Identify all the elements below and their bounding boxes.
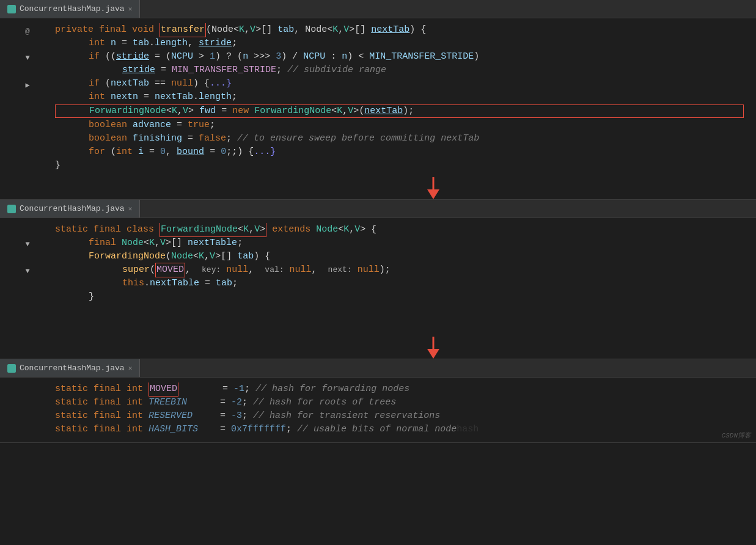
svg-marker-3	[427, 349, 439, 359]
tab-2[interactable]: ConcurrentHashMap.java ✕	[0, 200, 140, 218]
collapse-icon-3[interactable]: ▼	[25, 267, 29, 276]
code-content-3: static final int MOVED = -1; // hash for…	[55, 382, 756, 437]
code-line-1: private final void transfer(Node<K,V>[] …	[55, 23, 744, 37]
tab-1-label: ConcurrentHashMap.java	[20, 4, 125, 13]
code-line-7: ForwardingNode<K,V> fwd = new Forwarding…	[55, 104, 744, 118]
code-line-s2-4: super(MOVED, key: null, val: null, next:…	[55, 263, 744, 277]
java-icon-3	[7, 364, 16, 373]
code-line-11: }	[55, 159, 744, 172]
expand-icon-1[interactable]: ▶	[25, 81, 29, 90]
code-line-5: if (nextTab == null) {...}	[55, 77, 744, 90]
tab-1[interactable]: ConcurrentHashMap.java ✕	[0, 0, 140, 18]
editor-container: ConcurrentHashMap.java ✕ @ ▼ ▶	[0, 0, 756, 443]
section-1: ConcurrentHashMap.java ✕ @ ▼ ▶	[0, 0, 756, 200]
section-2: ConcurrentHashMap.java ✕ ▼ ▼	[0, 200, 756, 359]
code-line-4: stride = MIN_TRANSFER_STRIDE; // subdivi…	[55, 64, 744, 77]
code-line-s2-2: final Node<K,V>[] nextTable;	[55, 236, 744, 250]
arrow-2	[0, 337, 756, 359]
code-line-9: boolean finishing = false; // to ensure …	[55, 132, 744, 145]
code-line-s3-3: static final int RESERVED = -3; // hash …	[55, 409, 744, 423]
watermark: CSDN博客	[722, 431, 751, 440]
code-line-s2-6: }	[55, 290, 744, 304]
code-line-s3-1: static final int MOVED = -1; // hash for…	[55, 382, 744, 396]
code-content-2: static final class ForwardingNode<K,V> e…	[55, 223, 756, 332]
tab-bar-3: ConcurrentHashMap.java ✕	[0, 359, 756, 378]
tab-bar-1: ConcurrentHashMap.java ✕	[0, 0, 756, 18]
java-icon	[7, 5, 16, 13]
code-content-1: private final void transfer(Node<K,V>[] …	[55, 23, 756, 172]
code-line-s2-5: this.nextTable = tab;	[55, 277, 744, 290]
collapse-icon-2[interactable]: ▼	[25, 240, 29, 249]
tab-3[interactable]: ConcurrentHashMap.java ✕	[0, 359, 140, 377]
svg-marker-1	[427, 189, 439, 199]
close-icon-2[interactable]: ✕	[128, 205, 133, 213]
tab-3-label: ConcurrentHashMap.java	[20, 364, 125, 373]
code-line-s2-3: ForwardingNode(Node<K,V>[] tab) {	[55, 250, 744, 263]
code-line-8: boolean advance = true;	[55, 119, 744, 132]
code-line-3: if ((stride = (NCPU > 1) ? (n >>> 3) / N…	[55, 50, 744, 64]
code-line-s2-1: static final class ForwardingNode<K,V> e…	[55, 223, 744, 236]
code-line-s3-2: static final int TREEBIN = -2; // hash f…	[55, 396, 744, 409]
arrow-1	[0, 177, 756, 199]
close-icon-3[interactable]: ✕	[128, 364, 133, 372]
gutter-3	[0, 382, 55, 437]
code-line-10: for (int i = 0, bound = 0;;) {...}	[55, 145, 744, 159]
gutter-1: @ ▼ ▶	[0, 23, 55, 172]
close-icon-1[interactable]: ✕	[128, 5, 133, 13]
tab-bar-2: ConcurrentHashMap.java ✕	[0, 200, 756, 218]
tab-2-label: ConcurrentHashMap.java	[20, 204, 125, 213]
code-line-2: int n = tab.length, stride;	[55, 37, 744, 50]
code-line-6: int nextn = nextTab.length;	[55, 90, 744, 104]
code-line-s3-4: static final int HASH_BITS = 0x7fffffff;…	[55, 423, 744, 436]
collapse-icon-1[interactable]: ▼	[25, 54, 29, 62]
section-3: ConcurrentHashMap.java ✕ static final in…	[0, 359, 756, 443]
gutter-2: ▼ ▼	[0, 223, 55, 332]
java-icon-2	[7, 205, 16, 213]
